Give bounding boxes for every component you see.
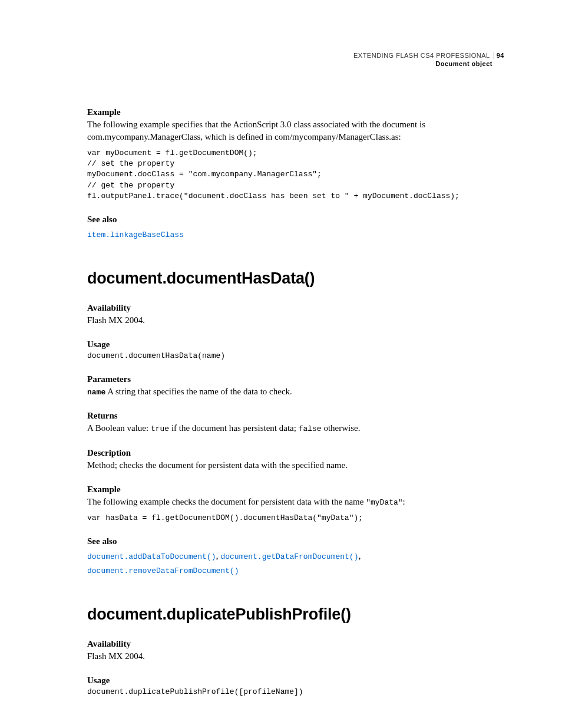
param-description: A string that specifies the name of the … — [105, 387, 292, 396]
heading-document-has-data: document.documentHasData() — [87, 269, 504, 288]
see-also-label-2: See also — [87, 536, 504, 546]
page-container: EXTENDING FLASH CS4 PROFESSIONAL94 Docum… — [0, 0, 562, 728]
returns-suffix: otherwise. — [322, 423, 361, 433]
heading-duplicate-publish-profile: document.duplicatePublishProfile() — [87, 605, 504, 624]
returns-prefix: A Boolean value: — [87, 423, 151, 433]
page-header: EXTENDING FLASH CS4 PROFESSIONAL94 Docum… — [353, 52, 504, 67]
usage-code: document.documentHasData(name) — [87, 351, 504, 361]
main-content: Example The following example specifies … — [87, 52, 504, 697]
header-top-row: EXTENDING FLASH CS4 PROFESSIONAL94 — [353, 52, 504, 59]
returns-mid: if the document has persistent data; — [169, 423, 299, 433]
availability-text: Flash MX 2004. — [87, 314, 504, 327]
returns-text: A Boolean value: true if the document ha… — [87, 422, 504, 434]
description-label: Description — [87, 448, 504, 458]
link-remove-data[interactable]: document.removeDataFromDocument() — [87, 566, 239, 575]
example-suffix: : — [403, 497, 405, 506]
see-also-label: See also — [87, 215, 504, 225]
parameter-row: name A string that specifies the name of… — [87, 386, 504, 398]
header-title: EXTENDING FLASH CS4 PROFESSIONAL — [353, 52, 494, 59]
example-prefix: The following example checks the documen… — [87, 497, 366, 506]
example-text-2: The following example checks the documen… — [87, 496, 504, 508]
link-get-data[interactable]: document.getDataFromDocument() — [220, 552, 358, 561]
usage-label-3: Usage — [87, 676, 504, 686]
header-subtitle: Document object — [353, 60, 504, 67]
parameters-label: Parameters — [87, 374, 504, 384]
returns-label: Returns — [87, 411, 504, 421]
page-number: 94 — [494, 52, 504, 59]
usage-label: Usage — [87, 340, 504, 350]
example-description: The following example specifies that the… — [87, 118, 504, 143]
availability-label-3: Availability — [87, 639, 504, 649]
description-text: Method; checks the document for persiste… — [87, 459, 504, 472]
link-separator: , — [358, 551, 361, 561]
example-label-2: Example — [87, 485, 504, 495]
returns-true: true — [151, 424, 169, 433]
see-also-links: item.linkageBaseClass — [87, 227, 504, 241]
example-code-block: var hasData = fl.getDocumentDOM().docume… — [87, 513, 504, 523]
link-linkage-base-class[interactable]: item.linkageBaseClass — [87, 230, 184, 239]
example-inline-code: "myData" — [366, 498, 402, 507]
param-name: name — [87, 388, 105, 397]
example-label: Example — [87, 107, 504, 117]
availability-label: Availability — [87, 303, 504, 313]
returns-false: false — [299, 424, 322, 433]
usage-code-3: document.duplicatePublishProfile([profil… — [87, 687, 504, 697]
code-block: var myDocument = fl.getDocumentDOM(); //… — [87, 148, 504, 202]
see-also-links-2: document.addDataToDocument(), document.g… — [87, 549, 504, 577]
availability-text-3: Flash MX 2004. — [87, 650, 504, 663]
link-add-data[interactable]: document.addDataToDocument() — [87, 552, 216, 561]
